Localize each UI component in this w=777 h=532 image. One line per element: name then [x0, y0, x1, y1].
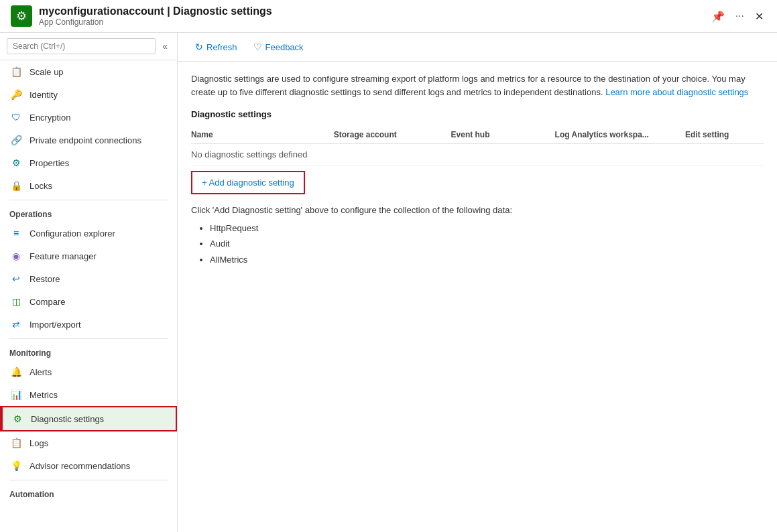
restore-icon: ↩	[9, 272, 23, 285]
content-area: ↻ Refresh ♡ Feedback Diagnostic settings…	[178, 33, 777, 532]
metrics-icon: 📊	[9, 388, 23, 401]
section-title: Diagnostic settings	[191, 109, 764, 119]
sidebar-item-advisor-recommendations[interactable]: 💡 Advisor recommendations	[0, 454, 177, 477]
sidebar-item-label: Metrics	[29, 390, 58, 400]
diagnostic-settings-icon: ⚙	[11, 412, 24, 425]
sidebar-item-label: Private endpoint connections	[29, 135, 141, 145]
col-header-storage: Storage account	[334, 126, 451, 144]
more-button[interactable]: ···	[733, 7, 747, 25]
header-title-group: myconfigurationaccount | Diagnostic sett…	[39, 5, 272, 27]
col-header-name: Name	[191, 126, 334, 144]
sidebar-item-scale-up[interactable]: 📋 Scale up	[0, 60, 177, 83]
list-item: Audit	[210, 236, 764, 251]
app-header: ⚙ myconfigurationaccount | Diagnostic se…	[0, 0, 777, 33]
identity-icon: 🔑	[9, 88, 23, 101]
config-explorer-icon: ≡	[9, 226, 23, 240]
sidebar-item-alerts[interactable]: 🔔 Alerts	[0, 360, 177, 383]
sidebar-item-config-explorer[interactable]: ≡ Configuration explorer	[0, 222, 177, 245]
refresh-button[interactable]: ↻ Refresh	[188, 38, 244, 56]
main-layout: « 📋 Scale up 🔑 Identity 🛡 Encryption 🔗 P…	[0, 33, 777, 532]
scale-up-icon: 📋	[9, 65, 23, 78]
sidebar-item-label: Restore	[29, 274, 60, 284]
compare-icon: ◫	[9, 295, 23, 308]
collapse-button[interactable]: «	[160, 38, 170, 54]
diagnostic-settings-table: Name Storage account Event hub Log Analy…	[191, 126, 764, 165]
pin-button[interactable]: 📌	[709, 7, 727, 25]
add-diagnostic-setting-button[interactable]: + Add diagnostic setting	[194, 174, 302, 192]
sidebar-item-encryption[interactable]: 🛡 Encryption	[0, 106, 177, 129]
sidebar-item-label: Logs	[29, 438, 48, 448]
add-setting-button-wrapper: + Add diagnostic setting	[191, 171, 305, 194]
feedback-button[interactable]: ♡ Feedback	[247, 38, 310, 56]
monitoring-section-label: Monitoring	[0, 342, 177, 360]
sidebar-item-logs[interactable]: 📋 Logs	[0, 431, 177, 454]
feedback-icon: ♡	[253, 42, 262, 52]
feature-manager-icon: ◉	[9, 249, 23, 263]
sidebar-item-label: Advisor recommendations	[29, 461, 130, 471]
sidebar-item-label: Alerts	[29, 367, 52, 377]
sidebar-item-label: Locks	[29, 181, 52, 191]
divider-operations	[9, 200, 168, 200]
import-export-icon: ⇄	[9, 318, 23, 331]
page-title: myconfigurationaccount | Diagnostic sett…	[39, 5, 272, 17]
divider-automation	[9, 480, 168, 480]
page-subtitle: App Configuration	[39, 17, 272, 27]
add-button-label: + Add diagnostic setting	[202, 178, 294, 188]
sidebar-content: 📋 Scale up 🔑 Identity 🛡 Encryption 🔗 Pri…	[0, 60, 177, 532]
sidebar-item-label: Encryption	[29, 113, 70, 123]
sidebar-item-label: Import/export	[29, 320, 81, 330]
col-header-edit: Edit setting	[685, 126, 764, 144]
no-settings-text: No diagnostic settings defined	[191, 144, 764, 165]
search-input[interactable]	[7, 38, 156, 54]
sidebar-item-label: Scale up	[29, 67, 64, 77]
learn-more-link[interactable]: Learn more about diagnostic settings	[605, 87, 748, 97]
sidebar-item-label: Feature manager	[29, 251, 97, 261]
list-item: AllMetrics	[210, 252, 764, 267]
private-endpoint-icon: 🔗	[9, 133, 23, 147]
sidebar-item-label: Configuration explorer	[29, 228, 115, 239]
sidebar-item-locks[interactable]: 🔒 Locks	[0, 174, 177, 197]
divider-monitoring	[9, 338, 168, 339]
sidebar-item-identity[interactable]: 🔑 Identity	[0, 83, 177, 106]
sidebar-item-label: Diagnostic settings	[31, 414, 104, 424]
logs-icon: 📋	[9, 436, 23, 450]
sidebar-item-metrics[interactable]: 📊 Metrics	[0, 383, 177, 406]
col-header-analytics: Log Analytics workspa...	[555, 126, 686, 144]
sidebar-item-import-export[interactable]: ⇄ Import/export	[0, 313, 177, 336]
sidebar-search-area: «	[0, 33, 177, 60]
content-body: Diagnostic settings are used to configur…	[178, 62, 777, 532]
close-button[interactable]: ✕	[752, 7, 766, 25]
sidebar-item-label: Identity	[29, 90, 58, 100]
sidebar-item-label: Properties	[29, 158, 69, 168]
sidebar-item-properties[interactable]: ⚙ Properties	[0, 151, 177, 174]
data-collection-label: Click 'Add Diagnostic setting' above to …	[191, 205, 764, 215]
sidebar: « 📋 Scale up 🔑 Identity 🛡 Encryption 🔗 P…	[0, 33, 178, 532]
sidebar-item-feature-manager[interactable]: ◉ Feature manager	[0, 245, 177, 267]
col-header-eventhub: Event hub	[451, 126, 555, 144]
sidebar-item-label: Compare	[29, 297, 65, 307]
alerts-icon: 🔔	[9, 365, 23, 379]
data-items-list: HttpRequest Audit AllMetrics	[191, 220, 764, 267]
locks-icon: 🔒	[9, 179, 23, 192]
description-text: Diagnostic settings are used to configur…	[191, 72, 764, 98]
automation-section-label: Automation	[0, 483, 177, 502]
header-actions: 📌 ··· ✕	[709, 7, 766, 25]
encryption-icon: 🛡	[9, 111, 23, 124]
table-row-empty: No diagnostic settings defined	[191, 144, 764, 165]
operations-section-label: Operations	[0, 203, 177, 222]
toolbar: ↻ Refresh ♡ Feedback	[178, 33, 777, 62]
feedback-label: Feedback	[265, 42, 304, 52]
list-item: HttpRequest	[210, 220, 764, 236]
advisor-icon: 💡	[9, 459, 23, 472]
sidebar-item-private-endpoint[interactable]: 🔗 Private endpoint connections	[0, 129, 177, 151]
refresh-icon: ↻	[195, 42, 203, 52]
sidebar-item-diagnostic-settings[interactable]: ⚙ Diagnostic settings	[0, 406, 177, 431]
properties-icon: ⚙	[9, 156, 23, 170]
sidebar-item-compare[interactable]: ◫ Compare	[0, 290, 177, 313]
refresh-label: Refresh	[206, 42, 237, 52]
app-icon: ⚙	[11, 5, 32, 27]
sidebar-item-restore[interactable]: ↩ Restore	[0, 267, 177, 290]
